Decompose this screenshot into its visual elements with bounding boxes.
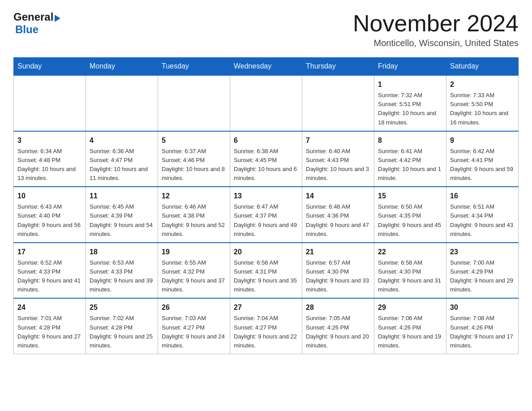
day-number: 8 — [378, 135, 442, 146]
day-number: 2 — [450, 79, 515, 90]
calendar-cell: 2Sunrise: 7:33 AM Sunset: 5:50 PM Daylig… — [446, 75, 519, 131]
day-number: 9 — [450, 135, 515, 146]
day-number: 4 — [90, 135, 154, 146]
day-info: Sunrise: 6:40 AM Sunset: 4:43 PM Dayligh… — [306, 147, 370, 183]
day-info: Sunrise: 6:55 AM Sunset: 4:32 PM Dayligh… — [162, 258, 226, 295]
calendar-cell: 13Sunrise: 6:47 AM Sunset: 4:37 PM Dayli… — [230, 187, 302, 243]
day-number: 18 — [90, 247, 154, 257]
calendar-cell: 6Sunrise: 6:38 AM Sunset: 4:45 PM Daylig… — [230, 131, 302, 187]
day-info: Sunrise: 6:50 AM Sunset: 4:35 PM Dayligh… — [378, 202, 442, 239]
day-number: 14 — [306, 191, 370, 201]
logo-blue-text: Blue — [15, 23, 39, 35]
calendar-cell: 11Sunrise: 6:45 AM Sunset: 4:39 PM Dayli… — [86, 187, 158, 243]
calendar-cell: 16Sunrise: 6:51 AM Sunset: 4:34 PM Dayli… — [446, 187, 519, 243]
logo-general-text: General — [13, 11, 53, 23]
day-number: 10 — [17, 191, 82, 201]
day-info: Sunrise: 6:52 AM Sunset: 4:33 PM Dayligh… — [17, 258, 82, 295]
calendar-cell: 12Sunrise: 6:46 AM Sunset: 4:38 PM Dayli… — [158, 187, 230, 243]
calendar-cell: 24Sunrise: 7:01 AM Sunset: 4:28 PM Dayli… — [14, 298, 86, 354]
calendar-cell: 8Sunrise: 6:41 AM Sunset: 4:42 PM Daylig… — [374, 131, 446, 187]
day-number: 6 — [234, 135, 298, 146]
calendar-cell: 29Sunrise: 7:06 AM Sunset: 4:26 PM Dayli… — [374, 298, 446, 354]
calendar-cell: 30Sunrise: 7:08 AM Sunset: 4:26 PM Dayli… — [446, 298, 519, 354]
day-info: Sunrise: 7:08 AM Sunset: 4:26 PM Dayligh… — [450, 314, 515, 350]
day-info: Sunrise: 6:53 AM Sunset: 4:33 PM Dayligh… — [90, 258, 154, 295]
calendar-cell: 17Sunrise: 6:52 AM Sunset: 4:33 PM Dayli… — [14, 243, 86, 299]
day-number: 23 — [450, 247, 515, 257]
calendar-cell — [302, 75, 374, 131]
day-number: 11 — [90, 191, 154, 201]
calendar-cell: 18Sunrise: 6:53 AM Sunset: 4:33 PM Dayli… — [86, 243, 158, 299]
calendar-cell: 22Sunrise: 6:58 AM Sunset: 4:30 PM Dayli… — [374, 243, 446, 299]
day-number: 22 — [378, 247, 442, 257]
header-monday: Monday — [86, 58, 158, 76]
calendar-cell: 21Sunrise: 6:57 AM Sunset: 4:30 PM Dayli… — [302, 243, 374, 299]
day-number: 3 — [17, 135, 82, 146]
calendar-cell: 10Sunrise: 6:43 AM Sunset: 4:40 PM Dayli… — [14, 187, 86, 243]
calendar-cell: 26Sunrise: 7:03 AM Sunset: 4:27 PM Dayli… — [158, 298, 230, 354]
day-info: Sunrise: 7:01 AM Sunset: 4:28 PM Dayligh… — [17, 314, 82, 350]
day-number: 13 — [234, 191, 298, 201]
day-info: Sunrise: 7:00 AM Sunset: 4:29 PM Dayligh… — [450, 258, 515, 295]
day-number: 20 — [234, 247, 298, 257]
day-number: 15 — [378, 191, 442, 201]
week-row-5: 24Sunrise: 7:01 AM Sunset: 4:28 PM Dayli… — [14, 298, 519, 354]
header-saturday: Saturday — [446, 58, 519, 76]
day-info: Sunrise: 6:38 AM Sunset: 4:45 PM Dayligh… — [234, 147, 298, 183]
logo: General Blue — [13, 11, 60, 36]
day-info: Sunrise: 6:42 AM Sunset: 4:41 PM Dayligh… — [450, 147, 515, 183]
day-info: Sunrise: 6:57 AM Sunset: 4:30 PM Dayligh… — [306, 258, 370, 295]
calendar-cell: 5Sunrise: 6:37 AM Sunset: 4:46 PM Daylig… — [158, 131, 230, 187]
calendar-cell: 15Sunrise: 6:50 AM Sunset: 4:35 PM Dayli… — [374, 187, 446, 243]
day-info: Sunrise: 7:04 AM Sunset: 4:27 PM Dayligh… — [234, 314, 298, 350]
calendar-cell — [158, 75, 230, 131]
day-number: 1 — [378, 79, 442, 90]
calendar-cell: 27Sunrise: 7:04 AM Sunset: 4:27 PM Dayli… — [230, 298, 302, 354]
calendar-cell: 7Sunrise: 6:40 AM Sunset: 4:43 PM Daylig… — [302, 131, 374, 187]
day-info: Sunrise: 6:41 AM Sunset: 4:42 PM Dayligh… — [378, 147, 442, 183]
calendar-cell: 28Sunrise: 7:05 AM Sunset: 4:26 PM Dayli… — [302, 298, 374, 354]
calendar-cell: 20Sunrise: 6:56 AM Sunset: 4:31 PM Dayli… — [230, 243, 302, 299]
day-number: 27 — [234, 302, 298, 313]
day-number: 28 — [306, 302, 370, 313]
day-number: 12 — [162, 191, 226, 201]
day-info: Sunrise: 6:37 AM Sunset: 4:46 PM Dayligh… — [162, 147, 226, 183]
day-number: 16 — [450, 191, 515, 201]
page-header: General Blue November 2024 Monticello, W… — [13, 11, 519, 48]
month-year-title: November 2024 — [353, 11, 519, 36]
day-info: Sunrise: 7:03 AM Sunset: 4:27 PM Dayligh… — [162, 314, 226, 350]
day-info: Sunrise: 6:58 AM Sunset: 4:30 PM Dayligh… — [378, 258, 442, 295]
day-number: 7 — [306, 135, 370, 146]
day-info: Sunrise: 6:46 AM Sunset: 4:38 PM Dayligh… — [162, 202, 226, 239]
calendar-table: Sunday Monday Tuesday Wednesday Thursday… — [13, 57, 519, 354]
logo-triangle-icon — [55, 15, 60, 22]
day-info: Sunrise: 7:06 AM Sunset: 4:26 PM Dayligh… — [378, 314, 442, 350]
calendar-cell — [86, 75, 158, 131]
day-info: Sunrise: 6:51 AM Sunset: 4:34 PM Dayligh… — [450, 202, 515, 239]
calendar-cell: 4Sunrise: 6:36 AM Sunset: 4:47 PM Daylig… — [86, 131, 158, 187]
day-number: 21 — [306, 247, 370, 257]
day-number: 30 — [450, 302, 515, 313]
header-tuesday: Tuesday — [158, 58, 230, 76]
day-number: 25 — [90, 302, 154, 313]
calendar-cell: 1Sunrise: 7:32 AM Sunset: 5:51 PM Daylig… — [374, 75, 446, 131]
week-row-4: 17Sunrise: 6:52 AM Sunset: 4:33 PM Dayli… — [14, 243, 519, 299]
day-number: 29 — [378, 302, 442, 313]
header-thursday: Thursday — [302, 58, 374, 76]
day-info: Sunrise: 7:32 AM Sunset: 5:51 PM Dayligh… — [378, 91, 442, 127]
day-info: Sunrise: 7:02 AM Sunset: 4:28 PM Dayligh… — [90, 314, 154, 350]
header-sunday: Sunday — [14, 58, 86, 76]
day-info: Sunrise: 6:56 AM Sunset: 4:31 PM Dayligh… — [234, 258, 298, 295]
day-info: Sunrise: 6:43 AM Sunset: 4:40 PM Dayligh… — [17, 202, 82, 239]
day-number: 24 — [17, 302, 82, 313]
day-info: Sunrise: 6:36 AM Sunset: 4:47 PM Dayligh… — [90, 147, 154, 183]
calendar-cell: 23Sunrise: 7:00 AM Sunset: 4:29 PM Dayli… — [446, 243, 519, 299]
day-info: Sunrise: 6:45 AM Sunset: 4:39 PM Dayligh… — [90, 202, 154, 239]
day-number: 26 — [162, 302, 226, 313]
header-wednesday: Wednesday — [230, 58, 302, 76]
header-friday: Friday — [374, 58, 446, 76]
weekday-header-row: Sunday Monday Tuesday Wednesday Thursday… — [14, 58, 519, 76]
calendar-cell: 9Sunrise: 6:42 AM Sunset: 4:41 PM Daylig… — [446, 131, 519, 187]
calendar-cell: 25Sunrise: 7:02 AM Sunset: 4:28 PM Dayli… — [86, 298, 158, 354]
day-info: Sunrise: 7:05 AM Sunset: 4:26 PM Dayligh… — [306, 314, 370, 350]
